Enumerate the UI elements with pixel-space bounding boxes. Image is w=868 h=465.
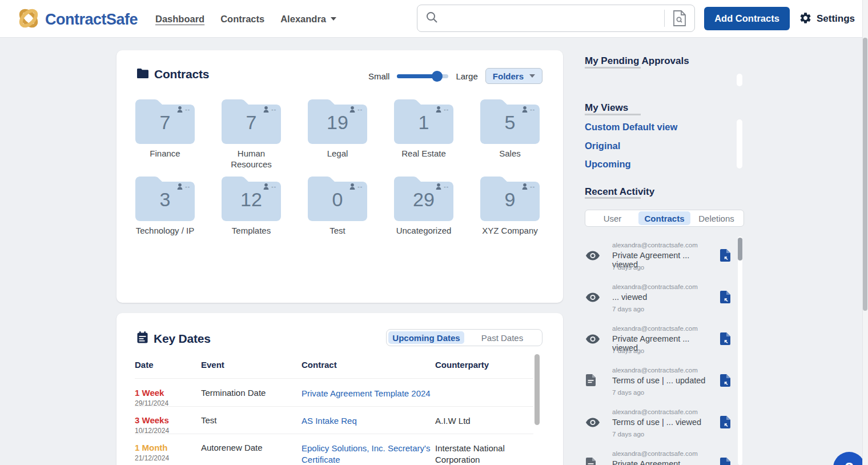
activity-user-email: alexandra@contractsafe.com xyxy=(612,283,698,290)
activity-description: Terms of use | ... updated xyxy=(612,376,715,385)
folder-test[interactable]: 0 -- Test xyxy=(298,175,377,236)
open-contract-icon[interactable] xyxy=(720,249,730,264)
folder-real-estate[interactable]: 1 -- Real Estate xyxy=(384,98,464,159)
view-link-upcoming[interactable]: Upcoming xyxy=(585,159,631,170)
folder-name: Templates xyxy=(219,225,284,236)
sidebar-scrollbar-thumb[interactable] xyxy=(737,74,742,86)
settings-button[interactable]: Settings xyxy=(799,0,855,38)
folder-uncategorized[interactable]: 29 -- Uncategorized xyxy=(384,175,464,236)
folder-users-icon: -- xyxy=(177,106,190,113)
add-contracts-button[interactable]: Add Contracts xyxy=(704,7,790,30)
folder-count: 7 xyxy=(222,111,281,134)
open-contract-icon[interactable] xyxy=(720,374,730,389)
folder-users-icon: -- xyxy=(522,106,535,113)
event-type: Termination Date xyxy=(201,388,266,398)
document-icon xyxy=(586,458,596,465)
folder-count: 7 xyxy=(135,111,195,134)
folder-name: Uncategorized xyxy=(391,225,457,236)
folder-users-icon: -- xyxy=(263,183,276,190)
user-name: Alexandra xyxy=(280,14,326,25)
sidebar-scrollbar-thumb[interactable] xyxy=(737,119,742,169)
activity-description: Private Agreement ... updated xyxy=(612,459,715,465)
folder-sales[interactable]: 5 -- Sales xyxy=(470,98,550,159)
row-divider xyxy=(135,434,533,434)
activity-item[interactable]: alexandra@contractsafe.com Terms of use … xyxy=(585,367,733,403)
brand-name: ContractSafe xyxy=(45,11,138,29)
page-scrollbar[interactable] xyxy=(862,0,868,465)
search-input[interactable] xyxy=(438,5,664,31)
activity-scrollbar-track[interactable] xyxy=(738,236,742,465)
folder-templates[interactable]: 12 -- Templates xyxy=(211,175,291,236)
folder-technology-ip[interactable]: 3 -- Technology / IP xyxy=(125,175,205,236)
header: ContractSafe Dashboard Contracts Alexand… xyxy=(0,0,868,38)
tab-contracts[interactable]: Contracts xyxy=(638,211,690,225)
tab-upcoming-dates[interactable]: Upcoming Dates xyxy=(388,331,464,344)
activity-user-email: alexandra@contractsafe.com xyxy=(612,242,698,248)
view-mode-dropdown[interactable]: Folders xyxy=(485,68,542,84)
activity-user-email: alexandra@contractsafe.com xyxy=(612,367,698,374)
folder-count: 5 xyxy=(480,111,540,134)
column-counterparty: Counterparty xyxy=(435,360,489,370)
counterparty-name: Interstate National Corporation xyxy=(435,443,533,465)
due-in-badge: 1 Month xyxy=(135,443,169,452)
activity-item[interactable]: alexandra@contractsafe.com Private Agree… xyxy=(585,242,733,278)
contract-link[interactable]: Private Agreement Template 2024 xyxy=(302,388,431,399)
main-nav: Dashboard Contracts Alexandra xyxy=(155,0,336,38)
folder-name: Legal xyxy=(305,148,371,159)
folder-users-icon: -- xyxy=(436,106,449,113)
document-search-icon[interactable] xyxy=(665,5,694,31)
open-contract-icon[interactable] xyxy=(720,416,730,431)
folder-human-resources[interactable]: 7 -- Human Resources xyxy=(211,98,291,170)
event-type: Autorenew Date xyxy=(201,443,263,452)
column-date: Date xyxy=(135,360,154,370)
folder-count: 3 xyxy=(135,189,195,211)
folder-name: Sales xyxy=(477,148,543,159)
open-contract-icon[interactable] xyxy=(720,458,730,465)
folder-count: 19 xyxy=(308,111,367,134)
pending-approvals-heading: My Pending Approvals xyxy=(585,55,689,67)
contractsafe-knot-icon xyxy=(16,6,41,33)
nav-contracts[interactable]: Contracts xyxy=(220,14,264,25)
contract-link[interactable]: AS Intake Req xyxy=(302,415,431,427)
tab-user[interactable]: User xyxy=(586,211,638,225)
activity-timestamp: 7 days ago xyxy=(612,431,644,438)
nav-user-menu[interactable]: Alexandra xyxy=(280,14,336,25)
activity-item[interactable]: alexandra@contractsafe.com Private Agree… xyxy=(585,325,733,362)
view-link-custom-default[interactable]: Custom Default view xyxy=(585,122,677,133)
size-slider[interactable] xyxy=(397,71,448,82)
key-dates-tabs: Upcoming Dates Past Dates xyxy=(386,329,542,346)
activity-timestamp: 7 days ago xyxy=(612,264,644,271)
view-link-original[interactable]: Original xyxy=(585,141,620,151)
settings-label: Settings xyxy=(817,13,855,25)
folder-count: 9 xyxy=(480,189,540,211)
page-scrollbar-thumb[interactable] xyxy=(863,38,867,311)
tab-deletions[interactable]: Deletions xyxy=(690,211,742,225)
nav-dashboard[interactable]: Dashboard xyxy=(155,14,204,25)
open-contract-icon[interactable] xyxy=(720,291,730,306)
help-button[interactable]: ? xyxy=(833,452,865,465)
key-dates-scrollbar[interactable] xyxy=(535,354,540,425)
activity-item[interactable]: alexandra@contractsafe.com Terms of use … xyxy=(585,408,733,445)
folder-finance[interactable]: 7 -- Finance xyxy=(125,98,205,159)
contract-link[interactable]: Epolicy Solutions, Inc. Secretary's Cert… xyxy=(302,443,431,465)
folder-users-icon: -- xyxy=(349,106,363,113)
activity-item[interactable]: alexandra@contractsafe.com ... viewed 7 … xyxy=(585,283,733,320)
activity-scrollbar-thumb[interactable] xyxy=(738,238,742,260)
open-contract-icon[interactable] xyxy=(720,332,730,347)
search-bar xyxy=(417,5,695,32)
folder-xyz-company[interactable]: 9 -- XYZ Company xyxy=(470,175,550,236)
due-in-badge: 3 Weeks xyxy=(135,415,169,425)
activity-timestamp: 7 days ago xyxy=(612,347,644,354)
slider-knob[interactable] xyxy=(432,71,443,82)
tab-past-dates[interactable]: Past Dates xyxy=(464,331,540,344)
folder-users-icon: -- xyxy=(263,106,276,113)
due-date: 21/12/2024 xyxy=(135,454,169,462)
folder-name: Finance xyxy=(132,148,198,159)
activity-item[interactable]: alexandra@contractsafe.com Private Agree… xyxy=(585,450,733,465)
heading-underline xyxy=(585,67,641,69)
chevron-down-icon xyxy=(331,17,336,21)
folder-legal[interactable]: 19 -- Legal xyxy=(298,98,377,159)
activity-timestamp: 7 days ago xyxy=(612,389,644,396)
contractsafe-logo[interactable]: ContractSafe xyxy=(16,6,138,33)
eye-icon xyxy=(586,251,600,263)
